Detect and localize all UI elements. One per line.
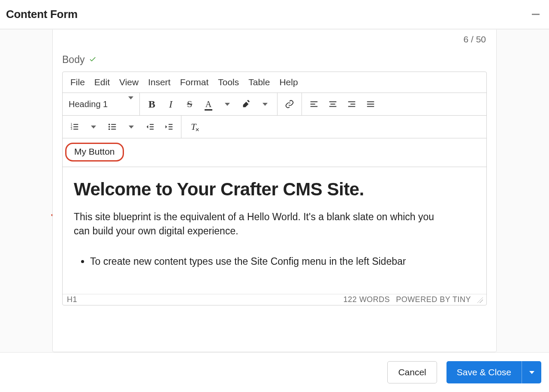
check-icon bbox=[89, 54, 97, 66]
block-format-label: Heading 1 bbox=[69, 99, 108, 109]
numbered-list-chevron-icon[interactable] bbox=[84, 116, 103, 138]
text-color-button[interactable]: A bbox=[199, 93, 218, 115]
content-list: To create new content types use the Site… bbox=[81, 256, 475, 267]
char-counter: 6 / 50 bbox=[463, 34, 486, 45]
menu-format[interactable]: Format bbox=[180, 77, 209, 87]
text-color-chevron-icon[interactable] bbox=[218, 93, 237, 115]
chevron-down-icon bbox=[128, 99, 133, 109]
numbered-list-button[interactable]: 123 bbox=[65, 116, 84, 138]
menu-table[interactable]: Table bbox=[248, 77, 270, 87]
save-split-button: Save & Close bbox=[446, 361, 541, 383]
align-right-button[interactable] bbox=[342, 93, 361, 115]
window-title: Content Form bbox=[6, 8, 78, 21]
italic-button[interactable]: I bbox=[161, 93, 180, 115]
align-center-button[interactable] bbox=[323, 93, 342, 115]
status-path[interactable]: H1 bbox=[67, 295, 77, 304]
bold-button[interactable]: B bbox=[142, 93, 161, 115]
editor-statusbar: H1 122 WORDS POWERED BY TINY bbox=[63, 294, 486, 305]
field-label-body: Body bbox=[62, 54, 487, 66]
toolbar-row-2: 123 T✕ bbox=[63, 116, 486, 138]
indent-button[interactable] bbox=[160, 116, 178, 138]
align-left-button[interactable] bbox=[305, 93, 323, 115]
editor-content[interactable]: Welcome to Your Crafter CMS Site. This s… bbox=[63, 167, 486, 294]
group-text-style: B I S A bbox=[140, 93, 278, 115]
status-word-count: 122 WORDS bbox=[344, 295, 390, 304]
group-align bbox=[302, 93, 383, 115]
bullet-list-chevron-icon[interactable] bbox=[122, 116, 141, 138]
save-dropdown-button[interactable] bbox=[522, 361, 541, 383]
svg-point-5 bbox=[109, 129, 110, 130]
strikethrough-button[interactable]: S bbox=[180, 93, 199, 115]
rte-editor: File Edit View Insert Format Tools Table… bbox=[62, 72, 487, 305]
menu-insert[interactable]: Insert bbox=[148, 77, 171, 87]
caret-down-icon bbox=[529, 371, 534, 374]
align-justify-button[interactable] bbox=[361, 93, 380, 115]
form-panel: 6 / 50 Body File Edit View Insert Format… bbox=[52, 29, 497, 352]
toolbar-row-1: Heading 1 B I S A bbox=[63, 93, 486, 116]
group-lists: 123 bbox=[63, 116, 181, 138]
menu-view[interactable]: View bbox=[119, 77, 139, 87]
clear-formatting-button[interactable]: T✕ bbox=[184, 116, 203, 138]
save-close-button[interactable]: Save & Close bbox=[446, 361, 522, 383]
group-link bbox=[278, 93, 302, 115]
svg-point-3 bbox=[109, 124, 110, 126]
my-button[interactable]: My Button bbox=[65, 143, 124, 162]
workarea: 6 / 50 Body File Edit View Insert Format… bbox=[0, 29, 549, 352]
menubar: File Edit View Insert Format Tools Table… bbox=[63, 72, 486, 93]
titlebar: Content Form bbox=[0, 0, 549, 29]
highlight-button[interactable] bbox=[237, 93, 256, 115]
content-form-window: Content Form 6 / 50 Body File bbox=[0, 0, 549, 392]
highlight-chevron-icon[interactable] bbox=[256, 93, 274, 115]
menu-file[interactable]: File bbox=[70, 77, 85, 87]
status-powered-by: POWERED BY TINY bbox=[396, 295, 471, 304]
svg-text:3: 3 bbox=[71, 127, 72, 130]
form-footer: Cancel Save & Close bbox=[0, 352, 549, 392]
content-paragraph: This site blueprint is the equivalent of… bbox=[74, 210, 447, 239]
toolbar-row-custom: My Button bbox=[63, 138, 486, 167]
menu-help[interactable]: Help bbox=[279, 77, 298, 87]
content-bullet-1: To create new content types use the Site… bbox=[90, 256, 475, 267]
menu-edit[interactable]: Edit bbox=[94, 77, 110, 87]
group-clear: T✕ bbox=[181, 116, 205, 138]
field-label-text: Body bbox=[62, 54, 84, 66]
svg-point-4 bbox=[109, 126, 110, 128]
bullet-list-button[interactable] bbox=[103, 116, 122, 138]
minimize-icon[interactable] bbox=[532, 14, 540, 15]
menu-tools[interactable]: Tools bbox=[218, 77, 239, 87]
content-heading: Welcome to Your Crafter CMS Site. bbox=[74, 179, 475, 200]
outdent-button[interactable] bbox=[141, 116, 160, 138]
block-format-select[interactable]: Heading 1 bbox=[63, 93, 140, 115]
resize-handle-icon[interactable] bbox=[477, 297, 483, 303]
cancel-button[interactable]: Cancel bbox=[387, 361, 437, 383]
link-button[interactable] bbox=[280, 93, 299, 115]
